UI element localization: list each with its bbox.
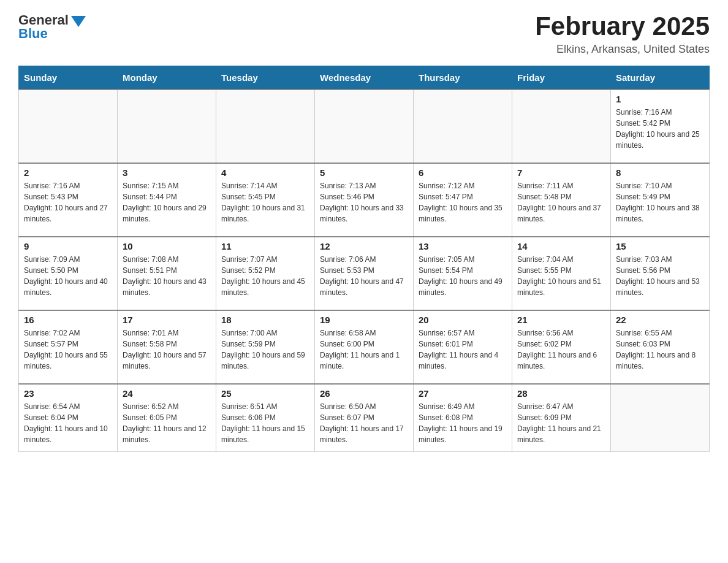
- day-info: Sunrise: 7:03 AM Sunset: 5:56 PM Dayligh…: [616, 254, 704, 298]
- calendar-cell: 3Sunrise: 7:15 AM Sunset: 5:44 PM Daylig…: [118, 163, 216, 237]
- day-number: 16: [24, 315, 112, 325]
- day-info: Sunrise: 6:57 AM Sunset: 6:01 PM Dayligh…: [419, 327, 507, 372]
- calendar-week-2: 2Sunrise: 7:16 AM Sunset: 5:43 PM Daylig…: [19, 163, 710, 237]
- weekday-header-wednesday: Wednesday: [315, 66, 414, 90]
- day-info: Sunrise: 7:02 AM Sunset: 5:57 PM Dayligh…: [24, 327, 112, 372]
- calendar-cell: 17Sunrise: 7:01 AM Sunset: 5:58 PM Dayli…: [118, 310, 216, 384]
- calendar-cell: 11Sunrise: 7:07 AM Sunset: 5:52 PM Dayli…: [216, 237, 315, 310]
- weekday-header-row: SundayMondayTuesdayWednesdayThursdayFrid…: [19, 66, 710, 90]
- weekday-header-saturday: Saturday: [611, 66, 710, 90]
- day-number: 24: [123, 388, 211, 399]
- day-info: Sunrise: 7:00 AM Sunset: 5:59 PM Dayligh…: [221, 327, 309, 372]
- calendar-week-5: 23Sunrise: 6:54 AM Sunset: 6:04 PM Dayli…: [19, 384, 710, 451]
- day-info: Sunrise: 7:15 AM Sunset: 5:44 PM Dayligh…: [123, 180, 211, 224]
- day-number: 3: [123, 167, 211, 178]
- calendar-week-4: 16Sunrise: 7:02 AM Sunset: 5:57 PM Dayli…: [19, 310, 710, 384]
- calendar-cell: [19, 90, 118, 163]
- day-number: 17: [123, 315, 211, 325]
- calendar-cell: 21Sunrise: 6:56 AM Sunset: 6:02 PM Dayli…: [512, 310, 611, 384]
- day-number: 22: [616, 315, 704, 325]
- day-info: Sunrise: 7:05 AM Sunset: 5:54 PM Dayligh…: [419, 254, 507, 298]
- day-info: Sunrise: 6:51 AM Sunset: 6:06 PM Dayligh…: [221, 401, 309, 445]
- calendar-cell: [216, 90, 315, 163]
- day-info: Sunrise: 6:47 AM Sunset: 6:09 PM Dayligh…: [517, 401, 605, 445]
- day-number: 18: [221, 315, 309, 325]
- day-number: 12: [320, 241, 408, 251]
- calendar-header: SundayMondayTuesdayWednesdayThursdayFrid…: [19, 66, 710, 90]
- day-number: 10: [123, 241, 211, 251]
- weekday-header-friday: Friday: [512, 66, 611, 90]
- calendar-cell: 25Sunrise: 6:51 AM Sunset: 6:06 PM Dayli…: [216, 384, 315, 451]
- day-info: Sunrise: 7:04 AM Sunset: 5:55 PM Dayligh…: [517, 254, 605, 298]
- calendar-cell: 27Sunrise: 6:49 AM Sunset: 6:08 PM Dayli…: [414, 384, 512, 451]
- day-info: Sunrise: 6:50 AM Sunset: 6:07 PM Dayligh…: [320, 401, 408, 445]
- logo: General Blue: [18, 12, 86, 42]
- calendar-cell: 12Sunrise: 7:06 AM Sunset: 5:53 PM Dayli…: [315, 237, 414, 310]
- day-info: Sunrise: 7:10 AM Sunset: 5:49 PM Dayligh…: [616, 180, 704, 224]
- calendar-week-1: 1Sunrise: 7:16 AM Sunset: 5:42 PM Daylig…: [19, 90, 710, 163]
- day-info: Sunrise: 6:56 AM Sunset: 6:02 PM Dayligh…: [517, 327, 605, 372]
- calendar-cell: 16Sunrise: 7:02 AM Sunset: 5:57 PM Dayli…: [19, 310, 118, 384]
- weekday-header-sunday: Sunday: [19, 66, 118, 90]
- day-number: 1: [616, 94, 704, 104]
- day-info: Sunrise: 6:52 AM Sunset: 6:05 PM Dayligh…: [123, 401, 211, 445]
- day-info: Sunrise: 7:16 AM Sunset: 5:42 PM Dayligh…: [616, 107, 704, 151]
- calendar-cell: 28Sunrise: 6:47 AM Sunset: 6:09 PM Dayli…: [512, 384, 611, 451]
- day-number: 9: [24, 241, 112, 251]
- day-number: 6: [419, 167, 507, 178]
- calendar-cell: [512, 90, 611, 163]
- day-info: Sunrise: 7:08 AM Sunset: 5:51 PM Dayligh…: [123, 254, 211, 298]
- day-info: Sunrise: 7:12 AM Sunset: 5:47 PM Dayligh…: [419, 180, 507, 224]
- calendar-body: 1Sunrise: 7:16 AM Sunset: 5:42 PM Daylig…: [19, 90, 710, 451]
- day-info: Sunrise: 7:09 AM Sunset: 5:50 PM Dayligh…: [24, 254, 112, 298]
- day-number: 14: [517, 241, 605, 251]
- day-info: Sunrise: 6:55 AM Sunset: 6:03 PM Dayligh…: [616, 327, 704, 372]
- day-number: 27: [419, 388, 507, 399]
- calendar-cell: [611, 384, 710, 451]
- day-number: 20: [419, 315, 507, 325]
- day-number: 19: [320, 315, 408, 325]
- calendar-cell: 23Sunrise: 6:54 AM Sunset: 6:04 PM Dayli…: [19, 384, 118, 451]
- calendar-week-3: 9Sunrise: 7:09 AM Sunset: 5:50 PM Daylig…: [19, 237, 710, 310]
- calendar-cell: 5Sunrise: 7:13 AM Sunset: 5:46 PM Daylig…: [315, 163, 414, 237]
- calendar-subtitle: Elkins, Arkansas, United States: [535, 43, 710, 56]
- day-number: 21: [517, 315, 605, 325]
- calendar-cell: 18Sunrise: 7:00 AM Sunset: 5:59 PM Dayli…: [216, 310, 315, 384]
- day-info: Sunrise: 6:58 AM Sunset: 6:00 PM Dayligh…: [320, 327, 408, 372]
- calendar-cell: 4Sunrise: 7:14 AM Sunset: 5:45 PM Daylig…: [216, 163, 315, 237]
- day-number: 13: [419, 241, 507, 251]
- day-info: Sunrise: 6:54 AM Sunset: 6:04 PM Dayligh…: [24, 401, 112, 445]
- calendar-cell: 20Sunrise: 6:57 AM Sunset: 6:01 PM Dayli…: [414, 310, 512, 384]
- day-number: 5: [320, 167, 408, 178]
- calendar-cell: 8Sunrise: 7:10 AM Sunset: 5:49 PM Daylig…: [611, 163, 710, 237]
- day-info: Sunrise: 7:06 AM Sunset: 5:53 PM Dayligh…: [320, 254, 408, 298]
- logo-blue-text: Blue: [18, 26, 48, 42]
- calendar-title: February 2025: [535, 12, 710, 40]
- day-number: 4: [221, 167, 309, 178]
- day-number: 28: [517, 388, 605, 399]
- calendar-cell: 1Sunrise: 7:16 AM Sunset: 5:42 PM Daylig…: [611, 90, 710, 163]
- calendar-cell: 22Sunrise: 6:55 AM Sunset: 6:03 PM Dayli…: [611, 310, 710, 384]
- calendar-cell: 14Sunrise: 7:04 AM Sunset: 5:55 PM Dayli…: [512, 237, 611, 310]
- calendar-cell: 2Sunrise: 7:16 AM Sunset: 5:43 PM Daylig…: [19, 163, 118, 237]
- day-number: 8: [616, 167, 704, 178]
- day-info: Sunrise: 7:11 AM Sunset: 5:48 PM Dayligh…: [517, 180, 605, 224]
- day-info: Sunrise: 7:13 AM Sunset: 5:46 PM Dayligh…: [320, 180, 408, 224]
- calendar-cell: 24Sunrise: 6:52 AM Sunset: 6:05 PM Dayli…: [118, 384, 216, 451]
- calendar-cell: 26Sunrise: 6:50 AM Sunset: 6:07 PM Dayli…: [315, 384, 414, 451]
- title-area: February 2025 Elkins, Arkansas, United S…: [535, 12, 710, 56]
- calendar-cell: 6Sunrise: 7:12 AM Sunset: 5:47 PM Daylig…: [414, 163, 512, 237]
- weekday-header-thursday: Thursday: [414, 66, 512, 90]
- day-number: 2: [24, 167, 112, 178]
- day-info: Sunrise: 7:14 AM Sunset: 5:45 PM Dayligh…: [221, 180, 309, 224]
- day-info: Sunrise: 7:07 AM Sunset: 5:52 PM Dayligh…: [221, 254, 309, 298]
- calendar-cell: 9Sunrise: 7:09 AM Sunset: 5:50 PM Daylig…: [19, 237, 118, 310]
- day-info: Sunrise: 7:16 AM Sunset: 5:43 PM Dayligh…: [24, 180, 112, 224]
- calendar-cell: [118, 90, 216, 163]
- calendar-cell: [315, 90, 414, 163]
- day-number: 7: [517, 167, 605, 178]
- calendar-cell: 13Sunrise: 7:05 AM Sunset: 5:54 PM Dayli…: [414, 237, 512, 310]
- weekday-header-monday: Monday: [118, 66, 216, 90]
- calendar-cell: 10Sunrise: 7:08 AM Sunset: 5:51 PM Dayli…: [118, 237, 216, 310]
- day-info: Sunrise: 7:01 AM Sunset: 5:58 PM Dayligh…: [123, 327, 211, 372]
